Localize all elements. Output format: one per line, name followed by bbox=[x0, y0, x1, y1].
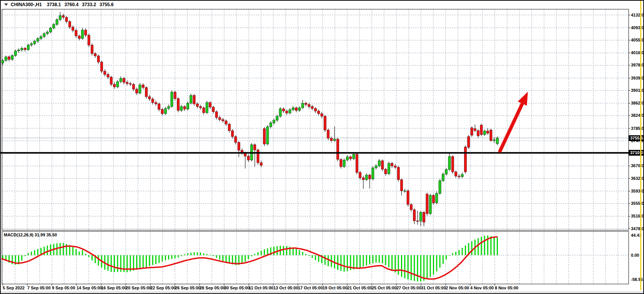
candle-body bbox=[369, 175, 371, 179]
candle-body bbox=[442, 174, 444, 181]
candle-body bbox=[426, 194, 428, 214]
candle-body bbox=[158, 104, 160, 109]
axis-yellow-line bbox=[640, 1, 641, 290]
candle-body bbox=[110, 77, 112, 85]
candle-body bbox=[394, 166, 396, 167]
candle-body bbox=[151, 99, 154, 103]
candle-body bbox=[416, 221, 419, 222]
chart-header: CHINA300-,H1 3738.1 3760.4 3733.2 3755.6 bbox=[1, 1, 627, 8]
candle-body bbox=[171, 92, 173, 106]
ohlc-low: 3733.2 bbox=[82, 2, 96, 7]
candle-body bbox=[235, 136, 237, 142]
candle-body bbox=[407, 191, 409, 204]
candle-body bbox=[5, 57, 7, 60]
candle-body bbox=[68, 22, 71, 27]
candle-body bbox=[458, 176, 460, 177]
candle-body bbox=[37, 38, 39, 41]
candle-body bbox=[263, 129, 266, 144]
time-axis-label: 8 Nov 05:00 bbox=[495, 286, 518, 290]
candle-body bbox=[305, 103, 307, 105]
candle-body bbox=[480, 125, 483, 135]
current-price-badge: 3755.6 bbox=[629, 135, 644, 141]
candle-body bbox=[247, 156, 250, 160]
candle-body bbox=[436, 193, 438, 203]
time-axis-label: 11 Oct 05:00 bbox=[249, 286, 273, 290]
price-axis-label: 3593.0 bbox=[631, 189, 644, 193]
candle-body bbox=[289, 110, 291, 113]
candle-body bbox=[215, 112, 218, 118]
price-axis-label: 3862.0 bbox=[631, 101, 644, 105]
candle-body bbox=[276, 116, 278, 120]
price-axis-label: 3978.0 bbox=[631, 63, 644, 67]
candle-body bbox=[193, 95, 195, 104]
price-axis-label: 3632.0 bbox=[631, 176, 644, 181]
candle-body bbox=[231, 131, 234, 136]
candle-body bbox=[129, 84, 131, 85]
candle-body bbox=[279, 109, 281, 116]
price-axis-label: 3478.0 bbox=[631, 226, 644, 231]
candle-body bbox=[14, 51, 17, 56]
candle-body bbox=[381, 161, 384, 169]
candle-body bbox=[225, 121, 227, 124]
candle-body bbox=[104, 71, 106, 75]
candle-body bbox=[97, 56, 100, 62]
candle-body bbox=[174, 92, 176, 99]
candle-body bbox=[27, 45, 29, 50]
chart-canvas[interactable] bbox=[1, 1, 644, 294]
candle-body bbox=[62, 16, 65, 17]
candle-body bbox=[260, 163, 262, 165]
ohlc-open: 3738.1 bbox=[47, 2, 61, 7]
candle-body bbox=[53, 25, 55, 28]
price-axis-label: 3555.0 bbox=[631, 201, 644, 206]
candle-body bbox=[155, 103, 157, 104]
candle-body bbox=[139, 85, 141, 93]
time-axis-label: 7 Sep 05:00 bbox=[27, 286, 51, 290]
time-axis-label: 14 Sep 05:00 bbox=[77, 286, 102, 290]
candle-body bbox=[365, 175, 368, 180]
candle-body bbox=[270, 123, 272, 127]
price-axis-label: 4055.0 bbox=[631, 38, 644, 42]
candle-body bbox=[448, 156, 451, 169]
symbol-dropdown-icon[interactable] bbox=[4, 3, 8, 6]
candle-body bbox=[72, 27, 74, 30]
candle-body bbox=[59, 16, 61, 20]
time-axis-label: 27 Oct 05:00 bbox=[396, 286, 421, 290]
time-axis-label: 16 Sep 05:00 bbox=[101, 286, 127, 290]
candle-body bbox=[464, 147, 467, 172]
candle-body bbox=[308, 105, 310, 106]
candle-body bbox=[388, 163, 390, 174]
time-axis-label: 28 Sep 05:00 bbox=[200, 286, 225, 290]
candle-body bbox=[180, 106, 183, 110]
chart-window: CHINA300-,H1 3738.1 3760.4 3733.2 3755.6… bbox=[0, 0, 644, 294]
candle-body bbox=[445, 169, 448, 174]
candle-body bbox=[298, 108, 301, 110]
candle-body bbox=[43, 33, 45, 37]
candle-body bbox=[123, 78, 125, 82]
candle-body bbox=[410, 204, 412, 210]
candle-body bbox=[490, 130, 492, 140]
candle-body bbox=[218, 118, 221, 120]
candle-body bbox=[200, 106, 202, 108]
candle-body bbox=[266, 127, 269, 144]
candle-body bbox=[324, 116, 326, 130]
candle-body bbox=[168, 106, 170, 108]
candle-body bbox=[11, 55, 13, 59]
candle-body bbox=[75, 30, 77, 36]
time-axis-label: 19 Oct 05:00 bbox=[323, 286, 348, 290]
candle-body bbox=[177, 99, 180, 111]
price-axis-label: 4132.0 bbox=[631, 13, 644, 17]
candle-body bbox=[397, 167, 399, 179]
candle-body bbox=[209, 103, 211, 107]
candle-body bbox=[65, 17, 68, 22]
candle-body bbox=[8, 57, 10, 60]
candle-body bbox=[206, 103, 208, 113]
candle-body bbox=[384, 169, 387, 174]
candle-body bbox=[346, 157, 348, 160]
candle-body bbox=[477, 131, 479, 136]
candle-body bbox=[375, 166, 377, 168]
candle-body bbox=[94, 53, 97, 56]
time-axis-label: 22 Sep 05:00 bbox=[150, 286, 176, 290]
candle-body bbox=[56, 20, 58, 25]
hline-price-badge: 3710.0 bbox=[629, 150, 644, 156]
candle-body bbox=[318, 111, 320, 114]
